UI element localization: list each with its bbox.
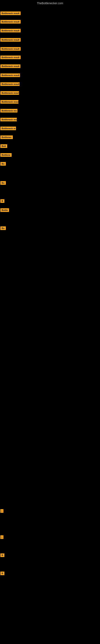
bottleneck-result-badge[interactable]: Bottleneck res — [0, 118, 17, 121]
page-container: TheBottlenecker.com Bottleneck resultBot… — [0, 0, 100, 644]
bottleneck-result-badge[interactable]: Bottleneck result — [0, 64, 20, 68]
bottleneck-result-badge[interactable]: Bo — [0, 162, 6, 166]
bottleneck-result-badge[interactable]: | — [0, 535, 3, 539]
bottleneck-result-badge[interactable]: Bottle — [0, 208, 9, 212]
bottleneck-result-badge[interactable]: B — [0, 572, 4, 575]
bottleneck-result-badge[interactable]: Bottlene — [0, 153, 12, 157]
bottleneck-result-badge[interactable]: Bottleneck re — [0, 126, 16, 130]
bottleneck-result-badge[interactable]: Bottleneck resul — [0, 100, 18, 104]
bottleneck-result-badge[interactable]: Bott — [0, 144, 7, 148]
bottleneck-result-badge[interactable]: Bottlenec — [0, 136, 13, 139]
bottleneck-result-badge[interactable]: B — [0, 554, 4, 557]
bottleneck-result-badge[interactable]: Bottleneck result — [0, 82, 20, 86]
bottleneck-result-badge[interactable]: Bo — [0, 226, 6, 230]
bottleneck-result-badge[interactable]: Bottleneck res — [0, 109, 17, 112]
bottleneck-result-badge[interactable]: Bo — [0, 181, 6, 185]
bottleneck-result-badge[interactable]: B — [0, 199, 4, 203]
bottleneck-result-badge[interactable]: Bottleneck result — [0, 12, 21, 15]
bottleneck-result-badge[interactable]: Bottleneck result — [0, 20, 21, 24]
bottleneck-result-badge[interactable]: Bottleneck result — [0, 38, 21, 42]
bottleneck-result-badge[interactable]: Bottleneck resul — [0, 91, 19, 95]
bottleneck-result-badge[interactable]: Bottleneck result — [0, 56, 21, 59]
bottleneck-result-badge[interactable]: | — [0, 509, 3, 513]
bottleneck-result-badge[interactable]: Bottleneck result — [0, 47, 21, 51]
site-title: TheBottlenecker.com — [0, 0, 100, 6]
bottleneck-result-badge[interactable]: Bottleneck result — [0, 74, 20, 77]
bottleneck-result-badge[interactable]: Bottleneck result — [0, 29, 21, 32]
